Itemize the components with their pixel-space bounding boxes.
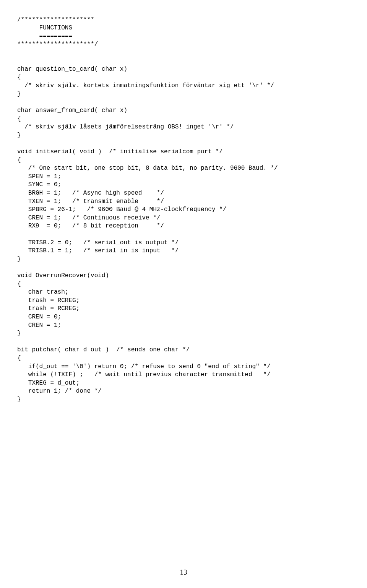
code-line: } — [17, 256, 21, 263]
code-line: } — [17, 396, 21, 403]
code-line: CREN = 1; — [17, 322, 61, 329]
code-line: /******************** — [17, 16, 94, 23]
code-line: } — [17, 91, 21, 97]
page-number: 13 — [0, 568, 367, 577]
code-line: char answer_from_card( char x) — [17, 107, 127, 114]
code-line: return 1; /* done */ — [17, 388, 102, 395]
code-line: } — [17, 132, 21, 139]
code-line: *********************/ — [17, 41, 98, 48]
code-line: char trash; — [17, 289, 68, 296]
code-line: } — [17, 330, 21, 337]
code-line: bit putchar( char d_out ) /* sends one c… — [17, 346, 190, 353]
code-line: ========= — [17, 33, 72, 40]
code-line: /* skriv själv låsets jämförelsesträng O… — [17, 123, 234, 130]
code-line: char question_to_card( char x) — [17, 66, 127, 73]
code-line: { — [17, 115, 21, 122]
code-line: SPBRG = 26-1; /* 9600 Baud @ 4 MHz-clock… — [17, 206, 226, 213]
code-line: void OverrunRecover(void) — [17, 272, 109, 279]
code-line: TRISB.1 = 1; /* serial_in is input */ — [17, 247, 179, 254]
code-line: { — [17, 157, 21, 164]
code-line: { — [17, 281, 21, 288]
code-line: TRISB.2 = 0; /* serial_out is output */ — [17, 239, 179, 246]
code-line: SPEN = 1; — [17, 173, 61, 180]
code-line: CREN = 0; — [17, 313, 61, 320]
code-line: { — [17, 74, 21, 81]
code-line: CREN = 1; /* Continuous receive */ — [17, 214, 160, 221]
code-line: FUNCTIONS — [17, 24, 72, 31]
code-line: { — [17, 355, 21, 362]
code-line: RX9 = 0; /* 8 bit reception */ — [17, 223, 164, 229]
code-line: BRGH = 1; /* Async high speed */ — [17, 190, 164, 197]
code-line: TXEN = 1; /* transmit enable */ — [17, 198, 164, 205]
code-line: void initserial( void ) /* initialise se… — [17, 148, 223, 155]
code-line: TXREG = d_out; — [17, 380, 80, 387]
code-line: SYNC = 0; — [17, 181, 61, 188]
code-line: /* One start bit, one stop bit, 8 data b… — [17, 165, 278, 172]
code-line: /* skriv själv. kortets inmatningsfunkti… — [17, 82, 274, 89]
code-line: while (!TXIF) ; /* wait until previus ch… — [17, 371, 271, 378]
code-line: if(d_out == '\0') return 0; /* refuse to… — [17, 363, 271, 370]
code-block: /******************** FUNCTIONS ========… — [0, 0, 367, 427]
code-line: trash = RCREG; — [17, 297, 80, 304]
code-line: trash = RCREG; — [17, 305, 80, 312]
